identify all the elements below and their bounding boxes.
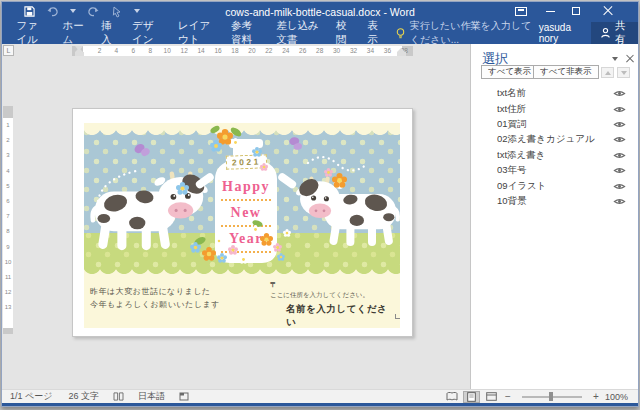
eye-icon[interactable] <box>613 135 626 144</box>
ruler-number: 9 <box>3 240 13 255</box>
selection-item[interactable]: 03年号 <box>470 163 638 178</box>
language-indicator[interactable]: 日本語 <box>130 390 173 403</box>
selection-item[interactable]: 01賀詞 <box>470 117 638 132</box>
year-badge: 2021 <box>205 151 287 169</box>
character-count[interactable]: 26 文字 <box>60 390 107 403</box>
ruler-number: 32 <box>345 46 362 56</box>
postal-mark: 〒 <box>270 280 277 290</box>
tell-me-box[interactable]: 実行したい作業を入力してください... <box>396 19 539 47</box>
minimize-button[interactable] <box>540 4 560 18</box>
selection-item-label: 09イラスト <box>497 180 613 193</box>
selection-item[interactable]: txt添え書き <box>470 148 638 163</box>
eye-icon[interactable] <box>613 182 626 191</box>
eye-icon[interactable] <box>613 151 626 160</box>
eye-icon[interactable] <box>613 89 626 98</box>
undo-dropdown-icon[interactable] <box>70 9 76 13</box>
print-layout-icon[interactable] <box>463 391 480 403</box>
card-scallop-grass <box>84 268 400 278</box>
close-button[interactable] <box>596 4 620 18</box>
read-mode-icon[interactable] <box>443 391 460 403</box>
vertical-ruler-bottom-margin <box>3 328 13 334</box>
flower-icon <box>332 173 347 188</box>
zoom-slider-handle[interactable] <box>549 392 553 401</box>
view-switcher: − + 100% <box>443 391 638 403</box>
flower-icon <box>252 147 262 157</box>
eye-icon[interactable] <box>613 197 626 206</box>
ruler-number: 36 <box>379 46 396 56</box>
greeting-word: New <box>205 205 287 221</box>
selection-item[interactable]: 09イラスト <box>470 178 638 193</box>
zoom-out-button[interactable]: − <box>503 391 513 402</box>
hanging-indent-marker[interactable] <box>75 52 84 56</box>
selection-item[interactable]: txt名前 <box>470 86 638 101</box>
page-indicator[interactable]: 1/1 ページ <box>2 390 60 403</box>
ruler-number: 34 <box>362 46 379 56</box>
ruler-number: 8 <box>3 224 13 239</box>
greeting-text: 昨年は大変お世話になりました 今年もよろしくお願いいたします <box>90 285 220 311</box>
flower-icon <box>239 255 248 264</box>
flower-icon <box>277 253 285 261</box>
ruler-number: 10 <box>159 46 176 56</box>
ruler-number: 6 <box>3 194 13 209</box>
show-all-button[interactable]: すべて表示 <box>481 65 538 79</box>
eye-icon[interactable] <box>613 166 626 175</box>
ruler-number: 20 <box>243 46 260 56</box>
flower-icon <box>217 253 227 263</box>
flower-icon <box>283 229 291 237</box>
ruler-number: 4 <box>108 46 125 56</box>
hide-all-button[interactable]: すべて非表示 <box>533 65 599 79</box>
dotted-divider <box>221 199 271 201</box>
address-placeholder[interactable]: ここに住所を入力してください。 <box>270 291 369 300</box>
share-button[interactable]: 共有 <box>591 22 638 44</box>
web-layout-icon[interactable] <box>483 391 500 403</box>
pane-menu-icon[interactable] <box>608 53 622 65</box>
selection-item-label: 02添え書きカジュアル <box>497 133 613 146</box>
move-down-button[interactable] <box>617 67 630 78</box>
selection-item-label: 03年号 <box>497 164 613 177</box>
zoom-level[interactable]: 100% <box>604 392 638 402</box>
status-bar: 1/1 ページ 26 文字 日本語 − + 100% <box>2 389 638 403</box>
ruler-number: 10 <box>3 255 13 270</box>
right-indent-marker[interactable] <box>397 52 406 56</box>
ruler-number: 22 <box>260 46 277 56</box>
ruler-number: 18 <box>227 46 244 56</box>
new-year-card-illustration: 2021 Happy New Year 昨年は大変お世話になりました 今年もよろ… <box>84 123 400 328</box>
ruler-number: 7 <box>3 209 13 224</box>
ruler-number: 8 <box>142 46 159 56</box>
eye-icon[interactable] <box>613 105 626 114</box>
account-name[interactable]: yasuda nory <box>539 22 581 44</box>
macro-record-icon[interactable] <box>173 392 195 401</box>
eye-icon[interactable] <box>613 120 626 129</box>
selection-item-label: txt住所 <box>497 103 613 116</box>
ruler-number: 14 <box>193 46 210 56</box>
selection-item[interactable]: txt住所 <box>470 101 638 116</box>
flower-icon <box>251 225 260 234</box>
vertical-ruler-numbers: 12345678910111213 <box>3 118 13 315</box>
pane-close-icon[interactable] <box>623 53 637 65</box>
move-up-button[interactable] <box>601 67 614 78</box>
ruler-number: 16 <box>210 46 227 56</box>
ruler-number: 5 <box>3 179 13 194</box>
zoom-slider[interactable] <box>522 396 582 398</box>
selection-item-label: txt添え書き <box>497 149 613 162</box>
selection-item[interactable]: 02添え書きカジュアル <box>470 132 638 147</box>
zoom-in-button[interactable]: + <box>591 391 601 402</box>
name-placeholder[interactable]: 名前を入力してください <box>286 303 400 328</box>
customize-qat-icon[interactable] <box>134 9 140 13</box>
return-mark-icon <box>395 314 400 319</box>
ruler-number: 30 <box>328 46 345 56</box>
maximize-button[interactable] <box>566 4 586 18</box>
flower-icon <box>210 140 222 152</box>
ruler-number: 6 <box>125 46 142 56</box>
ruler-number: 24 <box>277 46 294 56</box>
person-icon <box>601 28 610 38</box>
ruler-number: 4 <box>3 164 13 179</box>
flower-icon <box>176 182 189 195</box>
tab-selector-icon[interactable]: L <box>3 45 14 56</box>
ribbon-display-options-icon[interactable] <box>512 4 530 18</box>
flower-icon <box>231 138 240 147</box>
selection-item[interactable]: 10背景 <box>470 194 638 209</box>
greeting-word: Happy <box>205 179 287 195</box>
proofing-book-icon[interactable] <box>107 392 130 401</box>
selection-item-label: 10背景 <box>497 195 613 208</box>
